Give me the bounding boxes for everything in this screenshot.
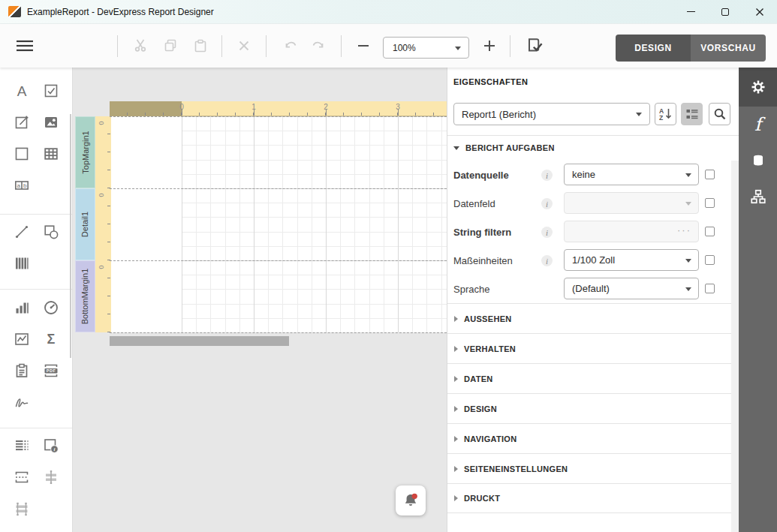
label-tool[interactable]: A (13, 82, 31, 100)
property-row-masseinheiten: Maßeinheiten i 1/100 Zoll (447, 246, 739, 275)
menu-button[interactable] (15, 37, 35, 55)
copy-button (161, 37, 179, 55)
checkbox-tool[interactable] (42, 82, 60, 100)
character-comb-tool[interactable]: ab (13, 176, 31, 194)
datenquelle-select[interactable]: keine (564, 164, 699, 185)
toolbar-separator (341, 35, 342, 57)
property-row-string-filtern: String filtern i ··· (447, 218, 739, 246)
section-druckt[interactable]: DRUCKT (447, 483, 739, 513)
section-daten[interactable]: DATEN (447, 363, 739, 393)
zoom-out-button[interactable] (354, 37, 372, 55)
band-boundary[interactable] (110, 260, 447, 261)
page-break-tool[interactable] (13, 468, 31, 486)
cross-band-line-icon (42, 468, 60, 486)
gauge-tool[interactable] (42, 299, 60, 317)
richtext-tool[interactable] (13, 113, 31, 131)
section-design[interactable]: DESIGN (447, 393, 739, 423)
close-button[interactable] (742, 0, 777, 23)
band-detail[interactable]: Detail1 (75, 188, 95, 260)
table-tool[interactable] (42, 145, 60, 163)
chevron-expanded-icon (453, 146, 459, 150)
string-filtern-checkbox[interactable] (705, 227, 715, 236)
section-aussehen[interactable]: AUSSEHEN (447, 303, 739, 333)
sort-alphabetical-button[interactable]: AZ (655, 103, 676, 125)
paste-button (191, 37, 209, 55)
picture-tool[interactable] (42, 113, 60, 131)
page-info-icon: i (42, 437, 60, 455)
properties-panel-title: EIGENSCHAFTEN (453, 77, 528, 86)
search-button[interactable] (709, 103, 730, 125)
paste-icon (191, 37, 209, 55)
maximize-button[interactable] (708, 0, 742, 23)
preview-tab[interactable]: VORSCHAU (691, 35, 766, 62)
design-tab[interactable]: DESIGN (616, 35, 691, 62)
band-boundary[interactable] (110, 332, 447, 333)
band-boundary (110, 116, 447, 117)
section-navigation[interactable]: NAVIGATION (447, 423, 739, 453)
ruler-number: 0 (98, 265, 105, 269)
title-bar: ExampleReport - DevExpress Report Design… (0, 0, 777, 24)
info-icon[interactable]: i (541, 198, 553, 209)
chevron-down-icon (636, 113, 642, 116)
sort-az-icon: AZ (657, 105, 675, 123)
notifications-button[interactable] (396, 485, 426, 515)
band-topmargin[interactable]: TopMargin1 (75, 116, 95, 188)
masseinheiten-select[interactable]: 1/100 Zoll (564, 249, 699, 271)
control-toolbox: A ab Σ PDF i (0, 68, 73, 532)
design-canvas[interactable]: 0 1 2 3 TopMargin1 Detail1 BottomMargin1… (73, 68, 447, 532)
sprache-checkbox[interactable] (705, 284, 715, 293)
band-bottommargin[interactable]: BottomMargin1 (75, 260, 95, 332)
minimize-button[interactable] (673, 0, 708, 23)
chart-tool[interactable] (13, 299, 31, 317)
band-detail-label: Detail1 (81, 212, 90, 237)
datenfeld-checkbox[interactable] (705, 198, 715, 208)
info-icon[interactable]: i (541, 170, 553, 181)
line-tool[interactable] (13, 223, 31, 241)
category-view-button[interactable] (681, 103, 703, 125)
panel-icon (13, 145, 31, 163)
horizontal-scrollbar[interactable] (110, 336, 289, 346)
ruler-number: 3 (396, 103, 400, 111)
copy-icon (161, 37, 179, 55)
section-seiteneinstellungen[interactable]: SEITENEINSTELLUNGEN (447, 453, 739, 483)
pdf-content-tool[interactable]: PDF (42, 362, 60, 380)
info-icon[interactable]: i (541, 227, 553, 238)
ellipsis-icon: ··· (677, 224, 691, 236)
collapsed-sections: AUSSEHEN VERHALTEN DATEN DESIGN NAVIGATI… (447, 303, 739, 513)
validate-button[interactable] (524, 35, 545, 56)
sidebar-tab-report-explorer[interactable] (739, 179, 777, 215)
zoom-in-button[interactable] (480, 37, 498, 55)
toolbox-scrollbar[interactable] (70, 114, 71, 358)
properties-scrollbar[interactable] (731, 161, 739, 532)
detail-report-tool[interactable] (13, 437, 31, 455)
panel-tool[interactable] (13, 145, 31, 163)
datenquelle-checkbox[interactable] (705, 170, 715, 179)
component-selector-value: Report1 (Bericht) (462, 109, 536, 120)
band-boundary[interactable] (110, 188, 447, 189)
shape-tool[interactable] (42, 223, 60, 241)
property-rows: Datenquelle i keine Datenfeld i String f… (447, 161, 739, 303)
summary-tool[interactable]: Σ (42, 330, 60, 348)
masseinheiten-checkbox[interactable] (705, 255, 715, 265)
delete-icon (235, 37, 253, 55)
sidebar-tab-properties[interactable] (739, 68, 777, 107)
sparkline-tool[interactable] (13, 330, 31, 348)
component-selector[interactable]: Report1 (Bericht) (453, 103, 650, 125)
detail-report-icon (13, 437, 31, 455)
cross-band-box-icon (13, 500, 31, 518)
zoom-level-select[interactable]: 100% (383, 37, 469, 59)
section-verhalten[interactable]: VERHALTEN (447, 333, 739, 363)
clipboard-tool[interactable] (13, 362, 31, 380)
band-bottommargin-label: BottomMargin1 (81, 269, 90, 325)
property-label: Datenfeld (453, 198, 495, 209)
sprache-select[interactable]: (Default) (564, 278, 699, 299)
barcode-tool[interactable] (13, 254, 31, 272)
signature-tool[interactable] (13, 393, 31, 411)
sidebar-tab-field-list[interactable] (739, 143, 777, 179)
table-icon (42, 145, 60, 163)
report-surface[interactable] (111, 116, 447, 332)
sidebar-tab-expressions[interactable]: f (739, 107, 777, 143)
page-info-tool[interactable]: i (42, 437, 60, 455)
section-bericht-aufgaben[interactable]: BERICHT AUFGABEN (453, 135, 555, 161)
info-icon[interactable]: i (541, 255, 553, 266)
